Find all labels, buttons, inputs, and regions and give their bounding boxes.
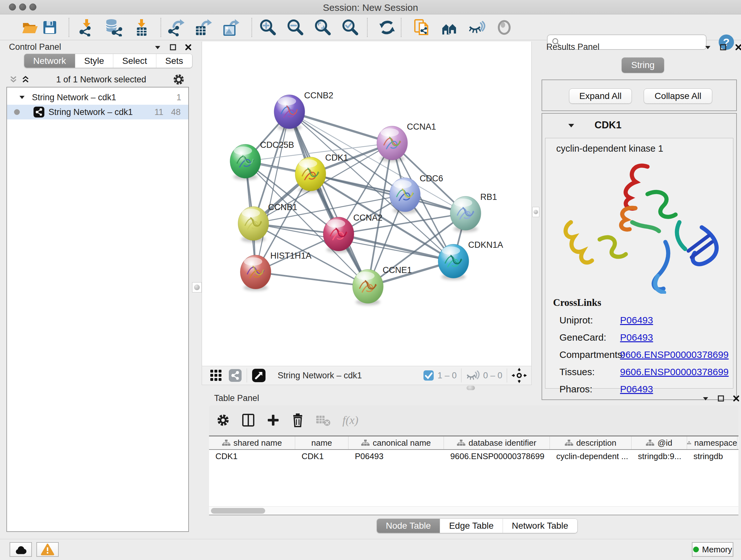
table-row[interactable]: CDK1CDK1P064939606.ENSP00000378699cyclin…: [209, 450, 738, 462]
table-cell[interactable]: P06493: [348, 450, 444, 462]
save-session-button[interactable]: [41, 18, 59, 37]
export-network-button[interactable]: [166, 18, 185, 37]
column-header-canonical-name[interactable]: canonical name: [348, 436, 444, 449]
network-node-CCNA2[interactable]: CCNA2: [323, 213, 383, 253]
crosslink-link[interactable]: P06493: [620, 332, 653, 343]
tab-string[interactable]: String: [622, 57, 664, 73]
grid-view-icon[interactable]: [210, 369, 222, 382]
cloud-status-button[interactable]: [10, 542, 32, 557]
collapse-all-button[interactable]: Collapse All: [644, 88, 712, 104]
import-network-database-button[interactable]: [105, 18, 123, 37]
add-column-icon[interactable]: [266, 414, 280, 427]
column-type-icon: [361, 439, 369, 446]
zoom-selected-button[interactable]: [341, 18, 359, 37]
network-view-title: String Network – cdk1: [278, 371, 362, 381]
import-network-button[interactable]: [77, 18, 95, 37]
birds-eye-view-icon[interactable]: [252, 368, 266, 383]
import-table-button[interactable]: [132, 18, 150, 37]
scrollbar-thumb[interactable]: [211, 508, 265, 514]
table-cell[interactable]: stringdb: [687, 450, 738, 462]
network-node-HIST1H1A[interactable]: HIST1H1A: [240, 251, 312, 291]
table-cell[interactable]: CDK1: [295, 450, 348, 462]
table-cell[interactable]: cyclin-dependent ...: [550, 450, 631, 462]
pan-crosshair-icon[interactable]: [512, 368, 527, 383]
table-panel-collapse-icon[interactable]: [702, 396, 709, 401]
network-share-icon[interactable]: [228, 368, 242, 382]
results-panel-float-icon[interactable]: [720, 44, 726, 51]
export-image-button[interactable]: [221, 18, 239, 37]
export-table-button[interactable]: [194, 18, 212, 37]
expand-all-button[interactable]: Expand All: [569, 88, 632, 104]
zoom-in-button[interactable]: [259, 18, 277, 37]
control-panel-close-icon[interactable]: [185, 44, 192, 51]
show-hidden-button[interactable]: [495, 18, 513, 37]
refresh-view-button[interactable]: [378, 18, 396, 37]
tab-select[interactable]: Select: [113, 54, 156, 68]
memory-button[interactable]: Memory: [692, 542, 733, 557]
tab-network-table[interactable]: Network Table: [503, 519, 577, 533]
node-label: CDC25B: [260, 140, 294, 150]
gene-section-header[interactable]: CDK1: [542, 114, 736, 137]
control-panel-collapse-icon[interactable]: [154, 45, 161, 50]
network-canvas[interactable]: CCNB2CCNA1CDC25BCDK1CDC6RB1CCNB1CCNA2CDK…: [202, 42, 532, 366]
expand-all-icon[interactable]: [21, 75, 30, 84]
zoom-fit-button[interactable]: [314, 18, 332, 37]
table-cell[interactable]: CDK1: [209, 450, 295, 462]
zoom-selected-icon: [341, 18, 359, 37]
table-settings-gear-icon[interactable]: [216, 413, 230, 427]
column-header-description[interactable]: description: [550, 436, 631, 449]
tab-edge-table[interactable]: Edge Table: [440, 519, 503, 533]
network-row-selected[interactable]: String Network – cdk1 11 48: [7, 105, 188, 119]
results-panel-collapse-icon[interactable]: [704, 45, 711, 50]
network-node-CDC6[interactable]: CDC6: [390, 174, 443, 213]
table-toolbar: f(x): [209, 406, 738, 435]
network-node-CDKN1A[interactable]: CDKN1A: [438, 240, 503, 280]
column-header-database-identifier[interactable]: database identifier: [444, 436, 550, 449]
clone-network-button[interactable]: [413, 18, 431, 37]
selected-checkbox-icon[interactable]: [423, 370, 434, 381]
results-panel-close-icon[interactable]: [735, 44, 741, 51]
column-header-name[interactable]: name: [295, 436, 348, 449]
import-network-icon: [77, 18, 95, 37]
network-view-toolbar: String Network – cdk1 1 – 0 0 – 0: [202, 366, 532, 385]
crosslink-link[interactable]: 9606.ENSP00000378699: [620, 367, 729, 377]
import-table-icon: [132, 18, 150, 37]
crosslink-link[interactable]: 9606.ENSP00000378699: [620, 349, 729, 360]
hidden-eye-slash-icon[interactable]: [466, 370, 480, 381]
delete-column-trash-icon[interactable]: [291, 413, 304, 428]
control-panel-float-icon[interactable]: [170, 44, 176, 51]
collapse-all-icon[interactable]: [9, 75, 18, 84]
network-collection-row[interactable]: String Network – cdk1 1: [7, 90, 188, 105]
warnings-button[interactable]: [37, 542, 59, 557]
column-header-@id[interactable]: @id: [631, 436, 687, 449]
zoom-out-button[interactable]: [286, 18, 305, 37]
gene-collapse-icon[interactable]: [568, 123, 575, 128]
tree-expand-icon[interactable]: [19, 96, 25, 99]
tab-network[interactable]: Network: [24, 54, 75, 68]
open-session-button[interactable]: [21, 18, 39, 37]
horizontal-splitter-handle[interactable]: [467, 386, 475, 390]
tab-style[interactable]: Style: [75, 54, 113, 68]
network-options-gear-icon[interactable]: [172, 73, 185, 86]
network-node-CCNE1[interactable]: CCNE1: [353, 265, 412, 305]
column-type-icon: [222, 439, 230, 446]
tab-node-table[interactable]: Node Table: [377, 519, 440, 533]
show-columns-icon[interactable]: [242, 413, 255, 427]
crosslink-link[interactable]: P06493: [620, 315, 653, 326]
table-horizontal-scrollbar[interactable]: [209, 506, 738, 515]
table-panel-float-icon[interactable]: [718, 395, 724, 401]
column-header-shared-name[interactable]: shared name: [209, 436, 295, 449]
table-cell[interactable]: stringdb:9...: [631, 450, 687, 462]
table-cell[interactable]: 9606.ENSP00000378699: [444, 450, 550, 462]
left-splitter-handle[interactable]: [192, 282, 202, 293]
network-node-RB1[interactable]: RB1: [450, 192, 497, 232]
show-welcome-button[interactable]: [441, 18, 458, 37]
column-header-namespace[interactable]: namespace: [687, 436, 738, 449]
hide-selected-button[interactable]: [468, 18, 486, 37]
edge-count: 48: [171, 107, 181, 117]
string-app-icon: [33, 106, 45, 118]
table-panel-close-icon[interactable]: [733, 395, 739, 401]
network-node-CCNB1[interactable]: CCNB1: [238, 202, 297, 242]
tab-sets[interactable]: Sets: [156, 54, 192, 68]
right-splitter-handle[interactable]: [532, 207, 539, 217]
